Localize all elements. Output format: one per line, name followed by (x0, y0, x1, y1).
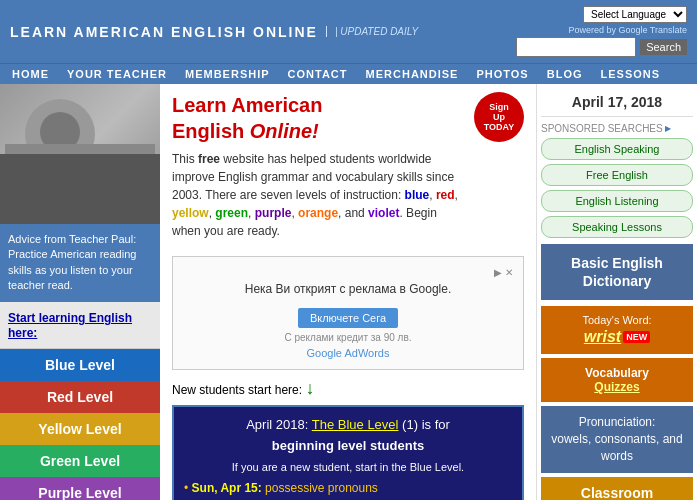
sponsored-link-1[interactable]: Free English (541, 164, 693, 186)
ad-button[interactable]: Включете Сега (298, 308, 398, 328)
free-word: free (198, 152, 220, 166)
sponsored-label: SPONSORED SEARCHES (541, 123, 693, 134)
lesson-date: Sun, Apr 15: (192, 481, 262, 495)
nav-item-photos[interactable]: PHOTOS (468, 64, 536, 84)
intro-text: This (172, 152, 198, 166)
left-sidebar: Advice from Teacher Paul: Practice Ameri… (0, 84, 160, 500)
classroom-verbs-box[interactable]: Classroom Verbs (541, 477, 693, 500)
nav-item-blog[interactable]: BLOG (539, 64, 591, 84)
is-for: is for (422, 417, 450, 432)
color-green: green (215, 206, 248, 220)
bullet-item: • Sun, Apr 15: possessive pronouns (184, 479, 512, 497)
search-button[interactable]: Search (640, 39, 687, 55)
date-display: April 17, 2018 (541, 88, 693, 117)
basic-dict-box[interactable]: Basic English Dictionary (541, 244, 693, 300)
color-violet: violet (368, 206, 399, 220)
ad-area: ▶ ✕ Нека Ви открият с реклама в Google. … (172, 256, 524, 370)
pronunciation-box: Pronunciation: vowels, consonants, and w… (541, 406, 693, 472)
learn-intro: This free website has helped students wo… (172, 150, 466, 240)
color-blue: blue (405, 188, 430, 202)
blue-level-box: April 2018: The Blue Level (1) is for be… (172, 405, 524, 500)
pron-line2: vowels, consonants, and words (551, 432, 682, 463)
heading-part1: Learn American (172, 94, 322, 116)
vocab-quiz-sub: Quizzes (549, 380, 685, 394)
classroom-verbs-line1: Classroom (549, 485, 685, 500)
red-level-button[interactable]: Red Level (0, 381, 160, 413)
box-text: If you are a new student, start in the B… (184, 461, 512, 473)
search-input[interactable] (516, 37, 636, 57)
dict-title-line2: Dictionary (551, 272, 683, 290)
arrow-down-icon: ↓ (305, 378, 314, 398)
main-layout: Advice from Teacher Paul: Practice Ameri… (0, 84, 697, 500)
box-month: April 2018: (246, 417, 308, 432)
learn-heading: Learn American English Online! (172, 92, 466, 144)
heading-part2: English (172, 120, 250, 142)
start-learning: Start learning English here: (0, 302, 160, 349)
new-students-label: New students start here: ↓ (172, 378, 524, 399)
sponsored-link-2[interactable]: English Listening (541, 190, 693, 212)
new-students-text: New students start here: (172, 383, 302, 397)
vocab-quiz-box[interactable]: Vocabulary Quizzes (541, 358, 693, 402)
sponsored-link-0[interactable]: English Speaking (541, 138, 693, 160)
new-badge: NEW (623, 331, 650, 343)
nav-item-lessons[interactable]: LESSONS (593, 64, 669, 84)
pronunciation-text: Pronunciation: vowels, consonants, and w… (549, 414, 685, 464)
google-ads-label: Google AdWords (183, 347, 513, 359)
site-title: LEARN AMERICAN ENGLISH ONLINE (10, 24, 318, 40)
ad-text: Нека Ви открият с реклама в Google. (183, 282, 513, 296)
nav-item-merchandise[interactable]: MERCHANDISE (358, 64, 467, 84)
purple-level-button[interactable]: Purple Level (0, 477, 160, 500)
link-num: (1) (402, 417, 418, 432)
todays-word-box: Today's Word: wrist NEW (541, 306, 693, 354)
yellow-level-button[interactable]: Yellow Level (0, 413, 160, 445)
heading-italic: Online! (250, 120, 319, 142)
updated-badge: | UPDATED DAILY (326, 26, 418, 37)
signup-button[interactable]: Sign Up TODAY (474, 92, 524, 142)
box-subtitle: beginning level students (184, 438, 512, 453)
sponsored-link-3[interactable]: Speaking Lessons (541, 216, 693, 238)
blue-level-link[interactable]: The Blue Level (312, 417, 399, 432)
blue-level-button[interactable]: Blue Level (0, 349, 160, 381)
right-sidebar: April 17, 2018 SPONSORED SEARCHES Englis… (537, 84, 697, 500)
start-learning-link[interactable]: Start learning English here: (8, 311, 132, 340)
nav-item-your-teacher[interactable]: YOUR TEACHER (59, 64, 175, 84)
lesson-topic: possessive pronouns (262, 481, 378, 495)
intro3: , and (338, 206, 368, 220)
color-orange: orange (298, 206, 338, 220)
nav-item-membership[interactable]: MEMBERSHIP (177, 64, 278, 84)
teacher-photo (0, 84, 160, 224)
color-red: red (436, 188, 455, 202)
dict-title-line1: Basic English (551, 254, 683, 272)
pron-line1: Pronunciation: (579, 415, 656, 429)
language-select[interactable]: Select Language (583, 6, 687, 23)
center-content: Learn American English Online! This free… (160, 84, 537, 500)
todays-word-label: Today's Word: (549, 314, 685, 326)
nav-item-contact[interactable]: CONTACT (280, 64, 356, 84)
powered-by: Powered by Google Translate (568, 25, 687, 35)
main-nav: HOMEYOUR TEACHERMEMBERSHIPCONTACTMERCHAN… (0, 63, 697, 84)
todays-word-value[interactable]: wrist (584, 328, 621, 346)
vocab-quiz-label: Vocabulary (549, 366, 685, 380)
color-purple: purple (255, 206, 292, 220)
nav-item-home[interactable]: HOME (4, 64, 57, 84)
color-yellow: yellow (172, 206, 209, 220)
signup-line1: Sign Up (484, 102, 514, 122)
signup-line2: TODAY (484, 122, 515, 132)
teacher-advice: Advice from Teacher Paul: Practice Ameri… (0, 224, 160, 302)
site-header: LEARN AMERICAN ENGLISH ONLINE | UPDATED … (0, 0, 697, 63)
ad-credit: С реклами кредит за 90 лв. (183, 332, 513, 343)
box-title: April 2018: The Blue Level (1) is for (184, 417, 512, 432)
green-level-button[interactable]: Green Level (0, 445, 160, 477)
